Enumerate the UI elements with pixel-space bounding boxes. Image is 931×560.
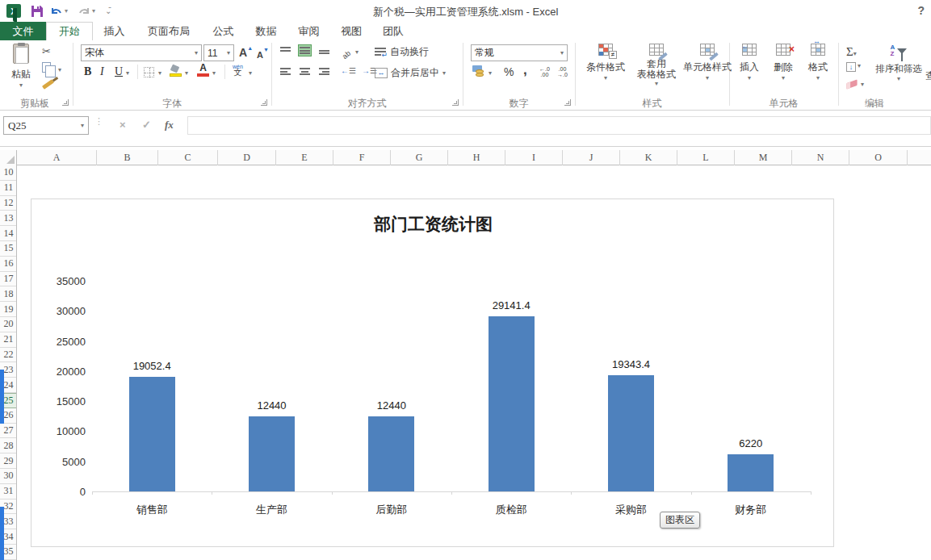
column-header-F[interactable]: F [333, 150, 391, 165]
tab-item-2[interactable]: 页面布局 [136, 22, 202, 40]
underline-button[interactable]: U [115, 65, 123, 78]
fill-button[interactable]: ↓▾ [846, 62, 861, 72]
orientation-icon[interactable]: ab [342, 46, 350, 61]
increase-decimal-icon[interactable]: ←.0.00 [539, 66, 550, 77]
fill-color-dropdown-icon[interactable]: ▾ [185, 69, 188, 77]
row-header-27[interactable]: 27 [0, 424, 17, 439]
accounting-format-icon[interactable] [472, 65, 485, 77]
bar-生产部[interactable] [249, 416, 295, 491]
decrease-decimal-icon[interactable]: .00→.0 [557, 66, 568, 77]
font-size-select[interactable]: 11▾ [203, 44, 234, 61]
align-middle-button[interactable] [299, 45, 311, 56]
row-header-17[interactable]: 17 [0, 272, 17, 287]
format-as-table-button[interactable]: 套用 表格格式 ▾ [633, 44, 680, 87]
enter-icon[interactable]: ✓ [142, 119, 151, 131]
row-header-30[interactable]: 30 [0, 469, 17, 484]
bar-财务部[interactable] [728, 454, 774, 491]
column-header-J[interactable]: J [563, 150, 620, 165]
phonetic-dropdown-icon[interactable]: ▾ [249, 69, 252, 77]
orientation-dropdown-icon[interactable]: ▾ [355, 48, 359, 56]
column-header-I[interactable]: I [505, 150, 563, 165]
align-left-button[interactable] [279, 66, 291, 77]
help-icon[interactable]: ? [917, 4, 925, 17]
cancel-icon[interactable]: × [120, 119, 126, 131]
column-header-partial[interactable] [908, 150, 931, 165]
column-header-K[interactable]: K [620, 150, 677, 165]
cut-icon[interactable]: ✂ [42, 45, 51, 57]
autosum-button[interactable]: Σ▾ [846, 44, 857, 59]
borders-icon[interactable] [144, 67, 154, 77]
row-header-31[interactable]: 31 [0, 484, 17, 499]
format-painter-icon[interactable] [42, 82, 54, 86]
find-select-button-partial[interactable]: 查 [925, 69, 931, 83]
font-name-select[interactable]: 宋体▾ [81, 44, 202, 61]
bar-采购部[interactable] [608, 375, 654, 491]
align-center-button[interactable] [299, 66, 311, 77]
italic-button[interactable]: I [100, 65, 104, 78]
decrease-indent-icon[interactable]: ←☰ [341, 66, 356, 75]
font-color-icon[interactable]: A [197, 64, 209, 77]
column-header-E[interactable]: E [276, 150, 333, 165]
row-header-13[interactable]: 13 [0, 211, 17, 226]
align-right-button[interactable] [318, 66, 330, 77]
bar-质检部[interactable] [489, 316, 535, 491]
grow-font-button[interactable]: A▲ [239, 45, 253, 60]
tab-item-7[interactable]: 团队 [372, 22, 414, 40]
shrink-font-button[interactable]: A▼ [257, 47, 269, 61]
formula-bar-grip-icon[interactable]: ⋮ [94, 119, 103, 123]
font-dialog-launcher-icon[interactable] [261, 99, 267, 106]
column-header-G[interactable]: G [391, 150, 448, 165]
cell-styles-button[interactable]: 单元格样式 ▾ [681, 44, 733, 81]
column-header-L[interactable]: L [677, 150, 735, 165]
row-header-20[interactable]: 20 [0, 317, 17, 332]
copy-dropdown-icon[interactable]: ▾ [58, 66, 61, 73]
underline-dropdown-icon[interactable]: ▾ [126, 69, 129, 77]
insert-cells-button[interactable]: ← 插入 ▾ [733, 44, 765, 81]
conditional-formatting-button[interactable]: ≠ 条件格式 ▾ [580, 44, 631, 81]
clipboard-dialog-launcher-icon[interactable] [62, 99, 69, 106]
tab-item-3[interactable]: 公式 [202, 22, 245, 40]
column-header-B[interactable]: B [97, 150, 158, 165]
row-header-18[interactable]: 18 [0, 286, 17, 302]
row-header-29[interactable]: 29 [0, 453, 17, 469]
percent-style-icon[interactable]: % [504, 65, 514, 78]
row-header-10[interactable]: 10 [0, 165, 17, 181]
row-header-11[interactable]: 11 [0, 181, 17, 196]
column-header-H[interactable]: H [448, 150, 505, 165]
row-header-16[interactable]: 16 [0, 257, 17, 272]
format-cells-button[interactable]: ↔ 格式 ▾ [802, 44, 834, 81]
phonetic-guide-icon[interactable]: wén文 [233, 64, 243, 75]
column-header-M[interactable]: M [735, 150, 792, 165]
align-bottom-button[interactable] [318, 45, 330, 56]
accounting-dropdown-icon[interactable]: ▾ [489, 69, 492, 77]
row-header-28[interactable]: 28 [0, 438, 17, 453]
insert-function-icon[interactable]: fx [165, 119, 174, 132]
tab-item-6[interactable]: 视图 [330, 22, 372, 40]
row-header-21[interactable]: 21 [0, 332, 17, 348]
tab-home[interactable]: 开始 [46, 22, 93, 40]
tab-item-1[interactable]: 插入 [93, 22, 136, 40]
wrap-text-button[interactable]: ↵ 自动换行 [375, 45, 429, 59]
delete-cells-button[interactable]: × 删除 ▾ [767, 44, 799, 81]
bar-销售部[interactable] [129, 377, 175, 491]
select-all-corner[interactable] [0, 150, 17, 165]
tab-file[interactable]: 文件 [0, 22, 46, 40]
bar-后勤部[interactable] [368, 416, 414, 491]
column-header-A[interactable]: A [17, 150, 97, 165]
chart-area[interactable]: 部门工资统计图 05000100001500020000250003000035… [31, 199, 834, 547]
row-header-12[interactable]: 12 [0, 196, 17, 211]
alignment-dialog-launcher-icon[interactable] [452, 99, 459, 106]
tab-item-4[interactable]: 数据 [245, 22, 287, 40]
align-top-button[interactable] [279, 45, 291, 56]
chart-title[interactable]: 部门工资统计图 [31, 213, 835, 236]
sort-filter-button[interactable]: AZ 排序和筛选 ▾ [872, 44, 925, 82]
name-box[interactable]: Q25▾ [3, 116, 89, 135]
column-header-D[interactable]: D [218, 150, 276, 165]
formula-input[interactable] [187, 116, 931, 135]
number-dialog-launcher-icon[interactable] [564, 99, 571, 106]
copy-icon[interactable] [42, 62, 51, 73]
fill-color-icon[interactable] [170, 65, 182, 77]
column-header-N[interactable]: N [792, 150, 849, 165]
column-header-C[interactable]: C [158, 150, 218, 165]
comma-style-icon[interactable]: , [523, 62, 527, 78]
